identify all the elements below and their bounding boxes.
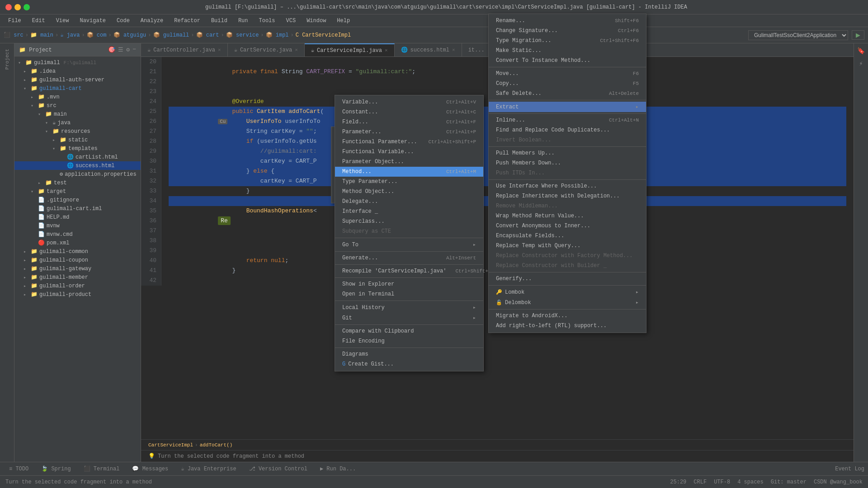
window-title: gulimall [F:\gulimall] – ...\gulimall-ca… xyxy=(30,4,863,10)
menu-edit[interactable]: Edit xyxy=(28,16,50,26)
right-icon-structure[interactable]: ⚡ xyxy=(856,58,867,69)
tab-close-cartserviceimpl[interactable]: × xyxy=(385,48,388,53)
menu-run[interactable]: Run xyxy=(234,16,253,26)
close-button[interactable] xyxy=(5,4,12,10)
tree-item-mvnwcmd[interactable]: ▸📄mvnw.cmd xyxy=(14,230,141,239)
sidebar-icon-settings[interactable]: ⚙ xyxy=(126,46,130,53)
tree-item-mvn[interactable]: ▸📁.mvn xyxy=(14,93,141,101)
line-numbers: 2021222324 2526272829 3031323334 3536373… xyxy=(141,57,161,286)
tab-cartserviceimpl[interactable]: ☕ CartServiceImpl.java × xyxy=(305,43,395,56)
menu-code[interactable]: Code xyxy=(112,16,134,26)
tree-item-appprops[interactable]: ▸⚙application.properties xyxy=(14,170,141,178)
breadcrumb-main[interactable]: 📁 main xyxy=(30,32,53,38)
editor-content[interactable]: 2021222324 2526272829 3031323334 3536373… xyxy=(141,57,854,439)
tree-item-resources[interactable]: ▾📁resources xyxy=(14,127,141,136)
menu-build[interactable]: Build xyxy=(207,16,232,26)
tree-item-success[interactable]: ▸🌐success.html xyxy=(14,161,141,170)
tree-item-product[interactable]: ▸📁gulimall-product xyxy=(14,290,141,299)
tree-item-src[interactable]: ▾📁src xyxy=(14,101,141,110)
hint-text: Turn the selected code fragment into a m… xyxy=(158,453,304,460)
tree-item-common[interactable]: ▸📁gulimall-common xyxy=(14,247,141,256)
menu-refactor[interactable]: Refactor xyxy=(170,16,205,26)
tree-item-target[interactable]: ▾📁target xyxy=(14,187,141,196)
bottom-tab-version-control[interactable]: ⎇ Version Control xyxy=(244,464,313,474)
tree-item-coupon[interactable]: ▸📁gulimall-coupon xyxy=(14,256,141,264)
bottom-tab-java-enterprise[interactable]: ☕ Java Enterprise xyxy=(175,464,241,474)
tab-close-cartcontroller[interactable]: × xyxy=(218,47,221,53)
tree-item-order[interactable]: ▸📁gulimall-order xyxy=(14,282,141,290)
bottom-tab-run[interactable]: ▶ Run Da... xyxy=(315,464,361,474)
tab-close-success[interactable]: × xyxy=(452,47,455,53)
status-indent[interactable]: 4 spaces xyxy=(737,479,764,485)
status-bar: Turn the selected code fragment into a m… xyxy=(0,475,868,488)
tree-item-pom[interactable]: ▸🔴pom.xml xyxy=(14,239,141,247)
menu-vcs[interactable]: VCS xyxy=(282,16,301,26)
editor-breadcrumb: CartServiceImpl › addToCart() xyxy=(141,439,854,450)
tree-item-iml[interactable]: ▸📄gulimall-cart.iml xyxy=(14,204,141,213)
tree-item-gitignore[interactable]: ▸📄.gitignore xyxy=(14,196,141,204)
menu-view[interactable]: View xyxy=(52,16,74,26)
breadcrumb-src[interactable]: ⬛ src xyxy=(4,32,24,38)
status-position[interactable]: 25:29 xyxy=(670,479,686,485)
sidebar-icon-locate[interactable]: 🎯 xyxy=(108,46,115,53)
bottom-tab-terminal[interactable]: ⬛ Terminal xyxy=(78,464,125,474)
breadcrumb-com[interactable]: 📦 com xyxy=(87,32,107,38)
window-controls xyxy=(5,4,30,10)
tree-item-main[interactable]: ▾📁main xyxy=(14,110,141,118)
status-crlf[interactable]: CRLF xyxy=(693,479,707,485)
breadcrumb-class[interactable]: CartServiceImpl xyxy=(148,442,193,448)
tab-cartservice[interactable]: ☕ CartService.java × xyxy=(228,43,305,56)
tab-success[interactable]: 🌐 success.html × xyxy=(395,43,462,56)
breadcrumb-java[interactable]: ☕ java xyxy=(60,32,80,38)
run-config-dropdown[interactable]: GulimallTestSsoClient2Application xyxy=(748,30,848,40)
code-content[interactable]: private final String CART_PREFIX = "guli… xyxy=(161,57,854,286)
sidebar-icon-minimize[interactable]: − xyxy=(132,46,136,53)
menu-analyze[interactable]: Analyze xyxy=(136,16,168,26)
menu-tools[interactable]: Tools xyxy=(255,16,280,26)
code-line-38 xyxy=(169,236,846,246)
menu-file[interactable]: File xyxy=(4,16,26,26)
status-branch[interactable]: Git: master xyxy=(771,479,807,485)
breadcrumb-impl[interactable]: 📦 impl xyxy=(266,32,289,38)
tree-item-cartlist[interactable]: ▸🌐cartList.html xyxy=(14,153,141,161)
run-button[interactable]: ▶ xyxy=(852,30,864,40)
right-icon-bookmark[interactable]: 🔖 xyxy=(856,45,867,56)
tree-item-gulimall[interactable]: ▾📁gulimallF:\gulimall xyxy=(14,58,141,67)
tree-item-java[interactable]: ▾☕java xyxy=(14,118,141,127)
tree-item-test[interactable]: ▸📁test xyxy=(14,178,141,187)
tree-item-templates[interactable]: ▾📁templates xyxy=(14,144,141,153)
tab-it[interactable]: it... xyxy=(462,43,491,56)
status-charset[interactable]: UTF-8 xyxy=(714,479,730,485)
tree-item-gateway[interactable]: ▸📁gulimall-gateway xyxy=(14,264,141,273)
code-line-36 xyxy=(169,216,846,226)
event-log[interactable]: Event Log xyxy=(835,466,864,472)
tab-close-cartservice[interactable]: × xyxy=(295,47,298,53)
breadcrumb-service[interactable]: 📦 service xyxy=(226,32,259,38)
tree-item-auth-server[interactable]: ▸📁gulimall-auth-server xyxy=(14,75,141,84)
menu-help[interactable]: Help xyxy=(332,16,354,26)
tree-item-help[interactable]: ▸📄HELP.md xyxy=(14,213,141,221)
maximize-button[interactable] xyxy=(24,4,30,10)
bottom-tab-spring[interactable]: 🍃 Spring xyxy=(36,464,76,474)
breadcrumb-atguigu[interactable]: 📦 atguigu xyxy=(113,32,146,38)
bottom-tab-messages[interactable]: 💬 Messages xyxy=(127,464,174,474)
menu-navigate[interactable]: Navigate xyxy=(75,16,110,26)
code-line-22 xyxy=(169,77,846,87)
tree-item-cart[interactable]: ▾📁gulimall-cart xyxy=(14,84,141,93)
code-line-37 xyxy=(169,226,846,236)
breadcrumb-method[interactable]: addToCart() xyxy=(200,442,233,448)
tree-item-static[interactable]: ▸📁static xyxy=(14,136,141,144)
breadcrumb-gulimall[interactable]: 📦 gulimall xyxy=(153,32,189,38)
minimize-button[interactable] xyxy=(14,4,21,10)
sidebar-icon-collapse[interactable]: ☰ xyxy=(118,46,123,53)
breadcrumb-cartserviceimpl[interactable]: C CartServiceImpl xyxy=(296,32,351,38)
bottom-tab-todo[interactable]: ≡ TODO xyxy=(4,464,34,474)
tab-cartcontroller[interactable]: ☕ CartController.java × xyxy=(141,43,228,56)
breadcrumb: ⬛ src › 📁 main › ☕ java › 📦 com › 📦 atgu… xyxy=(4,32,351,38)
menu-window[interactable]: Window xyxy=(302,16,330,26)
tree-item-idea[interactable]: ▸📁.idea xyxy=(14,67,141,75)
left-icon-project[interactable]: Project xyxy=(3,45,12,73)
breadcrumb-cart[interactable]: 📦 cart xyxy=(196,32,219,38)
tree-item-member[interactable]: ▸📁gulimall-member xyxy=(14,273,141,282)
tree-item-mvnw[interactable]: ▸📄mvnw xyxy=(14,221,141,230)
